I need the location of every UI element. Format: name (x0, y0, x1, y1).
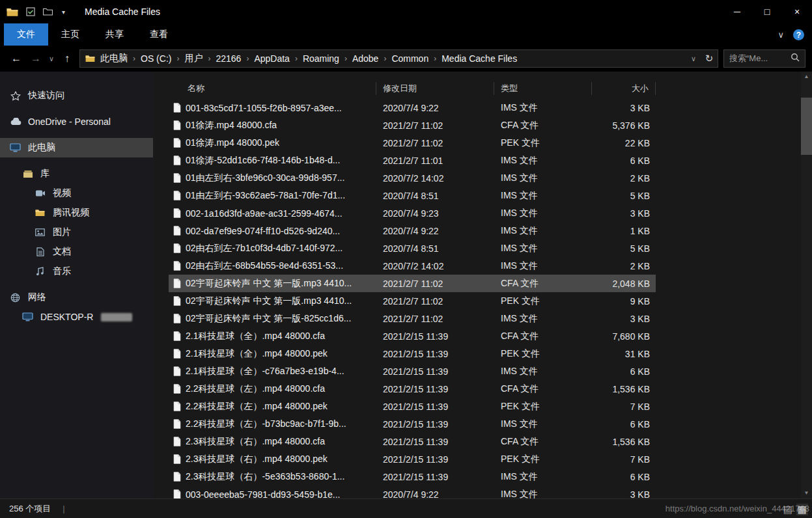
forward-button[interactable]: → (26, 49, 46, 68)
address-bar[interactable]: 此电脑›OS (C:)›用户›22166›AppData›Roaming›Ado… (79, 49, 718, 68)
icons-view-button[interactable]: ▦ (796, 504, 808, 515)
file-size: 7,680 KB (592, 331, 656, 342)
file-type: IMS 文件 (494, 155, 592, 167)
file-date-modified: 2020/7/4 9:22 (376, 226, 494, 236)
close-button[interactable]: × (782, 0, 812, 23)
breadcrumb-item-users[interactable]: 用户 (179, 53, 208, 64)
scrollbar-thumb[interactable] (801, 98, 812, 155)
file-row[interactable]: 003-0eeeeba5-7981-dd93-5459-b1e...2020/7… (169, 485, 656, 498)
details-view-button[interactable]: ▤ (783, 504, 792, 515)
search-box[interactable]: 搜索“Me... (723, 49, 805, 68)
sidebar-item-desktop-r[interactable]: DESKTOP-R (0, 307, 153, 327)
sidebar-item-quick-access[interactable]: 快速访问 (0, 86, 153, 105)
file-row[interactable]: 01由左到右-3bfe96c0-30ca-99d8-957...2020/7/2… (169, 169, 656, 187)
file-row[interactable]: 2.1科技星球（全）-c76a7be3-e19b-4...2021/2/15 1… (169, 362, 656, 380)
refresh-icon[interactable]: ↻ (701, 53, 718, 64)
new-folder-icon[interactable] (43, 8, 53, 16)
redacted-text (101, 313, 132, 321)
breadcrumb-item-roaming[interactable]: Roaming (298, 53, 344, 64)
file-type: CFA 文件 (494, 120, 592, 131)
file-date-modified: 2021/2/15 11:39 (376, 419, 494, 429)
file-row[interactable]: 001-83c5cd71-1055-f26b-8957-a3ee...2020/… (169, 99, 656, 116)
file-date-modified: 2021/2/7 11:02 (376, 120, 494, 131)
file-row[interactable]: 02宇哥起床铃声 中文 第一版.mp3 4410...2021/2/7 11:0… (169, 292, 656, 310)
recent-locations-icon[interactable]: ∨ (46, 49, 57, 68)
file-row[interactable]: 2.3科技星球（右）.mp4 48000.cfa2021/2/15 11:39C… (169, 433, 656, 450)
sidebar-item-tencent-video[interactable]: 腾讯视频 (0, 203, 153, 223)
scroll-up-icon[interactable]: ▲ (801, 72, 812, 81)
back-button[interactable]: ← (7, 49, 26, 68)
file-row[interactable]: 02宇哥起床铃声 中文 第一版-825cc1d6...2021/2/7 11:0… (169, 310, 656, 327)
file-row[interactable]: 02由右到左-68b54b55-8e4d-6351-53...2020/7/2 … (169, 257, 656, 275)
breadcrumb-item-adobe[interactable]: Adobe (347, 53, 384, 64)
file-row[interactable]: 2.2科技星球（左）.mp4 48000.cfa2021/2/15 11:39C… (169, 380, 656, 398)
sidebar-item-documents[interactable]: 文档 (0, 242, 153, 262)
file-row[interactable]: 01徐涛.mp4 48000.cfa2021/2/7 11:02CFA 文件5,… (169, 116, 656, 134)
file-row[interactable]: 01徐涛.mp4 48000.pek2021/2/7 11:02PEK 文件22… (169, 134, 656, 152)
scroll-down-icon[interactable]: ▼ (801, 489, 812, 498)
ribbon-tab-file[interactable]: 文件 (4, 23, 48, 46)
file-date-modified: 2021/2/15 11:39 (376, 402, 494, 412)
sidebar-item-videos[interactable]: 视频 (0, 184, 153, 203)
column-header-name[interactable]: 名称 (169, 82, 376, 95)
file-name: 2.1科技星球（全）.mp4 48000.cfa (186, 331, 376, 342)
sidebar-item-label: OneDrive - Personal (28, 116, 111, 127)
file-row[interactable]: 2.2科技星球（左）.mp4 48000.pek2021/2/15 11:39P… (169, 398, 656, 415)
file-name: 002-da7ef9e9-074f-ff10-d526-9d240... (186, 226, 376, 236)
file-date-modified: 2021/2/15 11:39 (376, 472, 494, 482)
file-date-modified: 2020/7/4 8:51 (376, 191, 494, 201)
column-header-date[interactable]: 修改日期 (376, 82, 494, 95)
sidebar-item-label: DESKTOP-R (40, 312, 93, 322)
breadcrumb-item-common[interactable]: Common (386, 53, 434, 64)
file-icon (169, 384, 186, 394)
ribbon-tab-view[interactable]: 查看 (137, 23, 181, 46)
minimize-button[interactable]: ─ (722, 0, 752, 23)
ribbon-expand-icon[interactable]: ∨ (777, 30, 784, 40)
file-row[interactable]: 01由左到右-93c62ae5-78a1-70fe-7d1...2020/7/4… (169, 187, 656, 204)
search-icon[interactable] (791, 53, 800, 64)
column-header-size[interactable]: 大小 (592, 82, 656, 95)
breadcrumb-item-user-22166[interactable]: 22166 (210, 53, 246, 64)
up-button[interactable]: ↑ (57, 49, 77, 68)
file-row[interactable]: 02由右到左-7b1c0f3d-4db7-140f-972...2020/7/4… (169, 239, 656, 257)
sidebar-item-network[interactable]: 网络 (0, 288, 153, 307)
computer-icon (9, 143, 21, 152)
ribbon-tab-share[interactable]: 共享 (92, 23, 137, 46)
sidebar-item-pictures[interactable]: 图片 (0, 223, 153, 242)
file-row[interactable]: 2.3科技星球（右）.mp4 48000.pek2021/2/15 11:39P… (169, 450, 656, 468)
file-row[interactable]: 002-da7ef9e9-074f-ff10-d526-9d240...2020… (169, 222, 656, 239)
sidebar-item-onedrive[interactable]: OneDrive - Personal (0, 112, 153, 131)
sidebar-item-music[interactable]: 音乐 (0, 262, 153, 281)
breadcrumb-item-media-cache-files[interactable]: Media Cache Files (436, 53, 522, 64)
file-type: PEK 文件 (494, 454, 592, 465)
properties-icon[interactable] (26, 7, 35, 16)
file-row[interactable]: 2.2科技星球（左）-b73bc9ac-b7f1-9b...2021/2/15 … (169, 415, 656, 433)
file-icon (169, 191, 186, 200)
file-row[interactable]: 2.3科技星球（右）-5e363b53-8680-1...2021/2/15 1… (169, 468, 656, 485)
window-controls: ─ □ × (722, 0, 812, 23)
file-row[interactable]: 02宇哥起床铃声 中文 第一版.mp3 4410...2021/2/7 11:0… (169, 275, 656, 292)
breadcrumb-item-this-pc[interactable]: 此电脑 (95, 53, 133, 64)
customize-quick-access-toolbar-icon[interactable]: ▾ (61, 8, 66, 16)
sidebar-item-libraries[interactable]: 库 (0, 164, 153, 184)
file-date-modified: 2021/2/15 11:39 (376, 331, 494, 342)
file-type: IMS 文件 (494, 313, 592, 325)
vertical-scrollbar[interactable]: ▲ ▼ (801, 72, 812, 498)
file-size: 31 KB (592, 349, 656, 359)
column-header-type[interactable]: 类型 (494, 82, 592, 95)
breadcrumb-item-appdata[interactable]: AppData (249, 53, 294, 64)
file-row[interactable]: 2.1科技星球（全）.mp4 48000.pek2021/2/15 11:39P… (169, 345, 656, 362)
file-icon (169, 472, 186, 482)
maximize-button[interactable]: □ (752, 0, 782, 23)
file-row[interactable]: 002-1a16d3fd-a9ae-ac31-2599-4674...2020/… (169, 204, 656, 222)
music-icon (34, 267, 46, 276)
address-dropdown-icon[interactable]: ∨ (686, 55, 701, 63)
ribbon-tab-home[interactable]: 主页 (48, 23, 92, 46)
file-row[interactable]: 2.1科技星球（全）.mp4 48000.cfa2021/2/15 11:39C… (169, 327, 656, 345)
file-row[interactable]: 01徐涛-52dd1c66-7f48-146b-1b48-d...2021/2/… (169, 152, 656, 169)
file-type: IMS 文件 (494, 172, 592, 184)
help-icon[interactable]: ? (793, 29, 804, 40)
sidebar-item-this-pc[interactable]: 此电脑 (0, 138, 153, 157)
breadcrumb-item-os-c[interactable]: OS (C:) (135, 53, 176, 64)
file-size: 7 KB (592, 402, 656, 412)
